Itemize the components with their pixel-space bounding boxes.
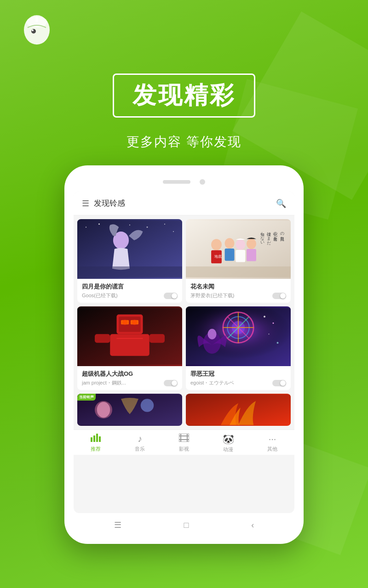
content-grid: 四月是你的谎言 Goos(已经下载) <box>74 215 294 430</box>
system-menu-icon[interactable]: ☰ <box>114 520 121 530</box>
menu-icon[interactable]: ☰ <box>82 198 89 209</box>
svg-rect-62 <box>93 435 95 442</box>
grid-item-5-image <box>186 394 291 426</box>
anime-art-2: の日見た 化の名前を 僕はまだ 知らない 地底 <box>186 219 291 279</box>
system-home-icon[interactable]: □ <box>184 520 189 530</box>
nav-label-film: 影视 <box>179 446 189 452</box>
svg-point-27 <box>247 238 256 249</box>
grid-item-5[interactable] <box>186 394 291 426</box>
nav-label-anime: 动漫 <box>223 446 233 453</box>
nav-label-recommend: 推荐 <box>91 446 101 452</box>
svg-point-4 <box>32 29 34 31</box>
hero-subtitle: 更多内容 等你发现 <box>0 133 368 151</box>
svg-rect-24 <box>225 249 235 261</box>
svg-rect-28 <box>247 249 256 261</box>
nav-item-film[interactable]: 影视 <box>162 434 206 453</box>
grid-item-0-author: Goos(已经下载) <box>82 292 164 299</box>
phone-top-bar <box>74 175 294 192</box>
more-icon: ··· <box>269 434 276 444</box>
grid-item-2-sub: jam project・鋼鉄... <box>82 379 178 386</box>
grid-item-3-info: 罪恶王冠 egoist・エウテルベ <box>186 366 291 390</box>
svg-rect-69 <box>179 439 189 440</box>
hero-title-text: 发现精彩 <box>132 82 236 108</box>
logo <box>18 14 55 52</box>
svg-text:知らない: 知らない <box>259 229 264 244</box>
svg-rect-64 <box>99 436 101 442</box>
grid-item-1-sub: 茅野爱衣(已经下载) <box>190 292 286 299</box>
search-icon[interactable]: 🔍 <box>276 198 286 209</box>
grid-item-2-title: 超级机器人大战OG <box>82 370 178 378</box>
svg-point-11 <box>164 224 165 225</box>
svg-point-40 <box>132 320 137 325</box>
grid-item-2-toggle[interactable] <box>164 380 178 386</box>
system-back-icon[interactable]: ‹ <box>251 520 254 530</box>
nav-label-music: 音乐 <box>135 446 145 452</box>
svg-point-52 <box>264 316 265 317</box>
phone-outer: ☰ 发现铃感 🔍 <box>64 165 304 544</box>
svg-rect-36 <box>95 334 110 343</box>
svg-rect-67 <box>187 434 188 442</box>
phone-speaker <box>163 180 190 184</box>
bottom-nav: 推荐 ♪ 音乐 影视 <box>74 430 294 455</box>
phone-bottom-bar: ☰ □ ‹ <box>74 513 294 535</box>
grid-item-3-image <box>186 306 291 366</box>
grid-item-0[interactable]: 四月是你的谎言 Goos(已经下载) <box>77 219 182 303</box>
app-bar-title: 发现铃感 <box>94 198 125 209</box>
svg-text:地底: 地底 <box>214 254 222 259</box>
grid-item-2[interactable]: 超级机器人大战OG jam project・鋼鉄... <box>77 306 182 390</box>
grid-item-1-image: の日見た 化の名前を 僕はまだ 知らない 地底 <box>186 219 291 279</box>
grid-item-3-author: egoist・エウテルベ <box>190 379 272 386</box>
app-bar: ☰ 发现铃感 🔍 <box>74 192 294 215</box>
grid-item-2-author: jam project・鋼鉄... <box>82 379 164 386</box>
grid-item-4[interactable]: 当前铃声 <box>77 394 182 426</box>
svg-rect-26 <box>236 250 245 262</box>
music-icon: ♪ <box>138 434 142 444</box>
svg-point-7 <box>98 223 100 225</box>
svg-rect-2 <box>35 17 38 22</box>
grid-item-3-toggle[interactable] <box>272 380 286 386</box>
app-bar-left: ☰ 发现铃感 <box>82 198 125 209</box>
grid-item-1-info: 花名未闻 茅野爱衣(已经下载) <box>186 279 291 303</box>
svg-point-23 <box>225 238 235 249</box>
bear-icon: 🐼 <box>223 434 234 445</box>
svg-rect-37 <box>150 334 165 343</box>
svg-rect-68 <box>179 435 189 436</box>
nav-item-more[interactable]: ··· 其他 <box>250 434 294 453</box>
hero-title-area: 发现精彩 <box>0 74 368 118</box>
grid-item-0-image <box>77 219 182 279</box>
phone-screen: ☰ 发现铃感 🔍 <box>74 192 294 513</box>
phone-mockup: ☰ 发现铃感 🔍 <box>64 165 304 544</box>
grid-item-1-author: 茅野爱衣(已经下载) <box>190 292 272 299</box>
svg-point-39 <box>122 320 127 325</box>
nav-item-music[interactable]: ♪ 音乐 <box>118 434 162 453</box>
svg-point-51 <box>208 329 217 339</box>
grid-item-2-image <box>77 306 182 366</box>
film-icon <box>179 434 189 444</box>
svg-point-55 <box>277 342 279 344</box>
grid-item-3-sub: egoist・エウテルベ <box>190 379 286 386</box>
grid-item-1[interactable]: の日見た 化の名前を 僕はまだ 知らない 地底 <box>186 219 291 303</box>
anime-art-1 <box>77 219 182 279</box>
grid-item-0-title: 四月是你的谎言 <box>82 283 178 291</box>
svg-rect-63 <box>96 434 98 442</box>
nav-label-more: 其他 <box>267 446 277 452</box>
grid-item-1-toggle[interactable] <box>272 293 286 299</box>
nav-item-recommend[interactable]: 推荐 <box>74 434 118 453</box>
grid-item-0-toggle[interactable] <box>164 293 178 299</box>
grid-item-1-title: 花名未闻 <box>190 283 286 291</box>
svg-point-6 <box>86 227 86 228</box>
grid-item-2-info: 超级机器人大战OG jam project・鋼鉄... <box>77 366 182 390</box>
grid-item-4-image: 当前铃声 <box>77 394 182 426</box>
phone-camera <box>200 179 205 185</box>
svg-rect-29 <box>186 266 291 277</box>
grid-item-0-info: 四月是你的谎言 Goos(已经下载) <box>77 279 182 303</box>
svg-point-25 <box>236 239 245 250</box>
svg-point-20 <box>211 239 222 250</box>
grid-item-3[interactable]: 罪恶王冠 egoist・エウテルベ <box>186 306 291 390</box>
svg-text:僕はまだ: 僕はまだ <box>266 229 271 245</box>
anime-art-4 <box>186 306 291 366</box>
badge-current-ringtone: 当前铃声 <box>77 394 96 401</box>
nav-item-anime[interactable]: 🐼 动漫 <box>206 434 250 453</box>
svg-point-9 <box>129 225 130 226</box>
anime-art-6 <box>186 394 291 426</box>
